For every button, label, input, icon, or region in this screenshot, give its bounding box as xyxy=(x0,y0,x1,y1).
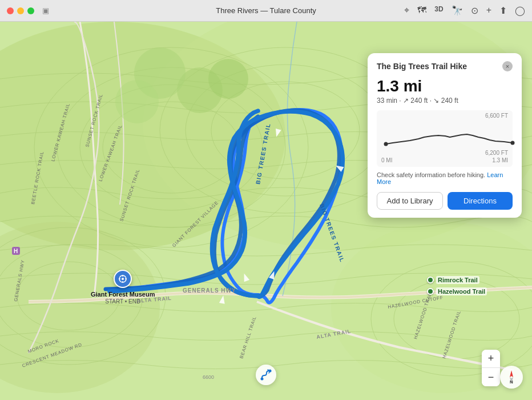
directions-button[interactable]: Directions xyxy=(448,192,513,210)
hazelwood-trail-marker[interactable]: Hazelwood Trail xyxy=(427,287,487,295)
svg-text:N: N xyxy=(510,379,513,385)
location-marker[interactable]: Giant Forest Museum START • END xyxy=(91,270,155,305)
close-window-button[interactable] xyxy=(7,7,14,14)
minimize-window-button[interactable] xyxy=(17,7,24,14)
north-indicator[interactable]: N xyxy=(500,366,523,389)
elevation-chart: 6,600 FT 6,200 FT 0 MI 1.3 MI xyxy=(377,110,513,167)
card-title: The Big Trees Trail Hike xyxy=(377,62,467,71)
start-end-label: START • END xyxy=(105,298,140,305)
location-name: Giant Forest Museum xyxy=(91,290,155,298)
svg-text:6600: 6600 xyxy=(203,374,214,380)
distance-start: 0 MI xyxy=(381,157,392,163)
traffic-lights xyxy=(7,7,34,14)
route-icon-button[interactable] xyxy=(256,365,276,385)
svg-text:GENERALS HWY: GENERALS HWY xyxy=(183,287,236,294)
svg-point-55 xyxy=(261,378,264,381)
svg-point-53 xyxy=(384,142,388,146)
add-to-library-button[interactable]: Add to Library xyxy=(377,192,443,210)
navigation-icon[interactable]: ⌖ xyxy=(404,5,409,16)
fullscreen-window-button[interactable] xyxy=(27,7,34,14)
rimrock-trail-marker[interactable]: Rimrock Trail xyxy=(427,276,479,284)
location-icon xyxy=(114,270,132,288)
distance-end: 1.3 MI xyxy=(492,157,508,163)
card-header: The Big Trees Trail Hike × xyxy=(377,61,513,71)
trail-distance: 1.3 mi xyxy=(377,77,513,95)
add-icon[interactable]: + xyxy=(486,5,491,16)
toolbar-icons: ⌖ 🗺 3D 🔭 ⊙ + ⬆ ◯ xyxy=(404,5,525,16)
binoculars-icon[interactable]: 🔭 xyxy=(452,5,463,16)
svg-marker-57 xyxy=(510,370,513,377)
hazelwood-trail-label: Hazelwood Trail xyxy=(436,287,487,295)
trail-stats: 33 min · ↗ 240 ft · ↘ 240 ft xyxy=(377,97,513,105)
rimrock-trail-label: Rimrock Trail xyxy=(436,276,479,284)
search-icon[interactable]: ⊙ xyxy=(471,5,478,16)
share-icon[interactable]: ⬆ xyxy=(499,5,507,16)
card-buttons: Add to Library Directions xyxy=(377,192,513,210)
svg-point-48 xyxy=(122,278,124,280)
trail-info-card: The Big Trees Trail Hike × 1.3 mi 33 min… xyxy=(368,53,522,218)
elevation-graph xyxy=(381,120,517,149)
svg-point-54 xyxy=(511,141,515,145)
threed-icon[interactable]: 3D xyxy=(434,5,443,16)
elevation-high-label: 6,600 FT xyxy=(381,113,508,119)
distance-labels: 0 MI 1.3 MI xyxy=(381,157,508,163)
elevation-low-label: 6,200 FT xyxy=(381,150,508,156)
window-icon: ▣ xyxy=(42,6,49,15)
map-area[interactable]: BIG TREES TRAIL BIG TREES TRAIL GENERALS… xyxy=(0,22,532,400)
zoom-out-button[interactable]: − xyxy=(482,368,500,386)
close-card-button[interactable]: × xyxy=(502,61,513,71)
map-icon[interactable]: 🗺 xyxy=(417,5,426,16)
account-icon[interactable]: ◯ xyxy=(515,5,525,16)
safety-text: Check safety information before hiking. … xyxy=(377,171,513,185)
svg-point-20 xyxy=(115,80,159,123)
zoom-controls: + − xyxy=(482,350,500,386)
window-title: Three Rivers — Tulare County xyxy=(216,6,316,15)
zoom-in-button[interactable]: + xyxy=(482,350,500,368)
svg-point-18 xyxy=(208,59,248,99)
titlebar: ▣ Three Rivers — Tulare County ⌖ 🗺 3D 🔭 … xyxy=(0,0,532,22)
svg-text:H: H xyxy=(14,248,18,254)
